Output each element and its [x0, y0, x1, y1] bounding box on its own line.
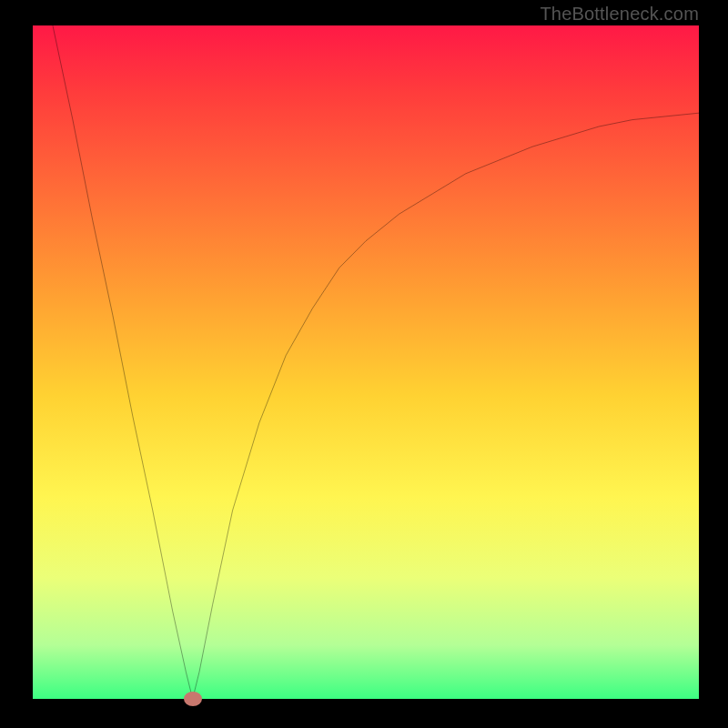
watermark-text: TheBottleneck.com: [540, 4, 699, 25]
minimum-marker: [184, 692, 202, 706]
chart-frame: TheBottleneck.com: [0, 0, 728, 728]
plot-area: [33, 25, 699, 699]
bottleneck-curve: [53, 25, 699, 699]
curve-svg: [33, 25, 699, 699]
